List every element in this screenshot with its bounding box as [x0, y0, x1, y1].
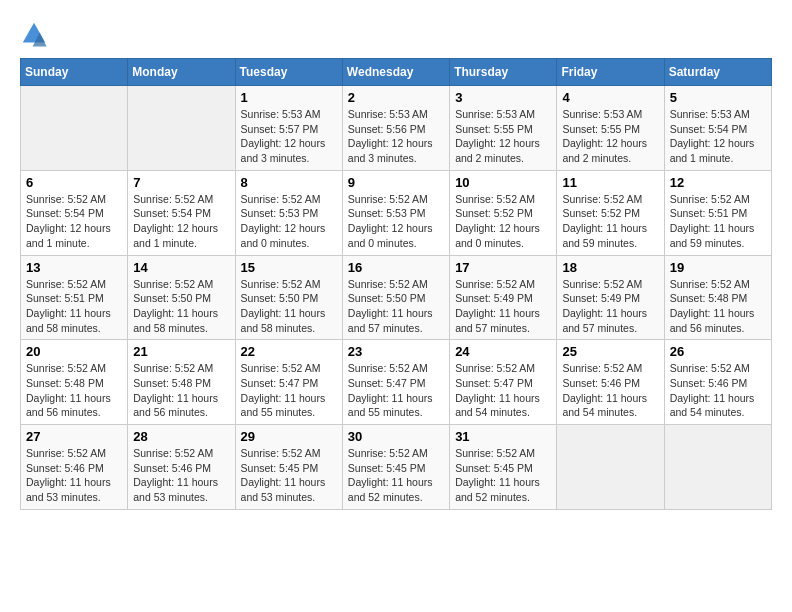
calendar-week-5: 27Sunrise: 5:52 AMSunset: 5:46 PMDayligh…: [21, 425, 772, 510]
calendar-header-monday: Monday: [128, 59, 235, 86]
day-info: Sunrise: 5:53 AMSunset: 5:54 PMDaylight:…: [670, 107, 766, 166]
day-number: 18: [562, 260, 658, 275]
day-info: Sunrise: 5:52 AMSunset: 5:45 PMDaylight:…: [241, 446, 337, 505]
day-number: 15: [241, 260, 337, 275]
day-info: Sunrise: 5:52 AMSunset: 5:54 PMDaylight:…: [26, 192, 122, 251]
day-number: 25: [562, 344, 658, 359]
calendar-cell: 21Sunrise: 5:52 AMSunset: 5:48 PMDayligh…: [128, 340, 235, 425]
calendar-cell: 29Sunrise: 5:52 AMSunset: 5:45 PMDayligh…: [235, 425, 342, 510]
calendar-cell: 20Sunrise: 5:52 AMSunset: 5:48 PMDayligh…: [21, 340, 128, 425]
day-number: 11: [562, 175, 658, 190]
day-info: Sunrise: 5:52 AMSunset: 5:53 PMDaylight:…: [241, 192, 337, 251]
day-number: 5: [670, 90, 766, 105]
calendar-week-3: 13Sunrise: 5:52 AMSunset: 5:51 PMDayligh…: [21, 255, 772, 340]
day-info: Sunrise: 5:52 AMSunset: 5:54 PMDaylight:…: [133, 192, 229, 251]
day-info: Sunrise: 5:52 AMSunset: 5:46 PMDaylight:…: [670, 361, 766, 420]
calendar-week-1: 1Sunrise: 5:53 AMSunset: 5:57 PMDaylight…: [21, 86, 772, 171]
day-info: Sunrise: 5:52 AMSunset: 5:45 PMDaylight:…: [455, 446, 551, 505]
calendar-cell: 4Sunrise: 5:53 AMSunset: 5:55 PMDaylight…: [557, 86, 664, 171]
day-info: Sunrise: 5:52 AMSunset: 5:48 PMDaylight:…: [26, 361, 122, 420]
day-number: 19: [670, 260, 766, 275]
day-number: 10: [455, 175, 551, 190]
calendar-cell: 9Sunrise: 5:52 AMSunset: 5:53 PMDaylight…: [342, 170, 449, 255]
calendar-cell: 11Sunrise: 5:52 AMSunset: 5:52 PMDayligh…: [557, 170, 664, 255]
day-number: 14: [133, 260, 229, 275]
calendar-cell: 16Sunrise: 5:52 AMSunset: 5:50 PMDayligh…: [342, 255, 449, 340]
calendar-cell: 23Sunrise: 5:52 AMSunset: 5:47 PMDayligh…: [342, 340, 449, 425]
day-info: Sunrise: 5:53 AMSunset: 5:55 PMDaylight:…: [455, 107, 551, 166]
day-number: 9: [348, 175, 444, 190]
calendar-cell: 26Sunrise: 5:52 AMSunset: 5:46 PMDayligh…: [664, 340, 771, 425]
calendar-cell: 30Sunrise: 5:52 AMSunset: 5:45 PMDayligh…: [342, 425, 449, 510]
calendar-cell: 12Sunrise: 5:52 AMSunset: 5:51 PMDayligh…: [664, 170, 771, 255]
day-number: 29: [241, 429, 337, 444]
day-number: 22: [241, 344, 337, 359]
calendar-cell: 5Sunrise: 5:53 AMSunset: 5:54 PMDaylight…: [664, 86, 771, 171]
day-number: 7: [133, 175, 229, 190]
calendar-header-friday: Friday: [557, 59, 664, 86]
day-number: 12: [670, 175, 766, 190]
day-number: 26: [670, 344, 766, 359]
calendar-cell: 18Sunrise: 5:52 AMSunset: 5:49 PMDayligh…: [557, 255, 664, 340]
calendar-cell: 25Sunrise: 5:52 AMSunset: 5:46 PMDayligh…: [557, 340, 664, 425]
logo-icon: [20, 20, 48, 48]
day-number: 2: [348, 90, 444, 105]
day-info: Sunrise: 5:52 AMSunset: 5:50 PMDaylight:…: [348, 277, 444, 336]
calendar-cell: 31Sunrise: 5:52 AMSunset: 5:45 PMDayligh…: [450, 425, 557, 510]
day-info: Sunrise: 5:53 AMSunset: 5:56 PMDaylight:…: [348, 107, 444, 166]
day-info: Sunrise: 5:52 AMSunset: 5:46 PMDaylight:…: [133, 446, 229, 505]
calendar-cell: 8Sunrise: 5:52 AMSunset: 5:53 PMDaylight…: [235, 170, 342, 255]
calendar-cell: 2Sunrise: 5:53 AMSunset: 5:56 PMDaylight…: [342, 86, 449, 171]
day-info: Sunrise: 5:52 AMSunset: 5:50 PMDaylight:…: [241, 277, 337, 336]
day-info: Sunrise: 5:52 AMSunset: 5:52 PMDaylight:…: [562, 192, 658, 251]
day-info: Sunrise: 5:52 AMSunset: 5:53 PMDaylight:…: [348, 192, 444, 251]
calendar-cell: [664, 425, 771, 510]
calendar-week-2: 6Sunrise: 5:52 AMSunset: 5:54 PMDaylight…: [21, 170, 772, 255]
calendar-cell: 22Sunrise: 5:52 AMSunset: 5:47 PMDayligh…: [235, 340, 342, 425]
calendar-header-row: SundayMondayTuesdayWednesdayThursdayFrid…: [21, 59, 772, 86]
calendar-header-thursday: Thursday: [450, 59, 557, 86]
day-number: 27: [26, 429, 122, 444]
calendar-table: SundayMondayTuesdayWednesdayThursdayFrid…: [20, 58, 772, 510]
day-number: 17: [455, 260, 551, 275]
day-number: 24: [455, 344, 551, 359]
day-number: 4: [562, 90, 658, 105]
day-info: Sunrise: 5:52 AMSunset: 5:47 PMDaylight:…: [348, 361, 444, 420]
day-info: Sunrise: 5:52 AMSunset: 5:46 PMDaylight:…: [562, 361, 658, 420]
day-number: 20: [26, 344, 122, 359]
calendar-cell: 10Sunrise: 5:52 AMSunset: 5:52 PMDayligh…: [450, 170, 557, 255]
day-number: 23: [348, 344, 444, 359]
day-number: 31: [455, 429, 551, 444]
calendar-cell: [128, 86, 235, 171]
day-info: Sunrise: 5:52 AMSunset: 5:48 PMDaylight:…: [133, 361, 229, 420]
calendar-cell: 19Sunrise: 5:52 AMSunset: 5:48 PMDayligh…: [664, 255, 771, 340]
calendar-cell: 17Sunrise: 5:52 AMSunset: 5:49 PMDayligh…: [450, 255, 557, 340]
calendar-header-sunday: Sunday: [21, 59, 128, 86]
day-info: Sunrise: 5:52 AMSunset: 5:45 PMDaylight:…: [348, 446, 444, 505]
calendar-cell: 13Sunrise: 5:52 AMSunset: 5:51 PMDayligh…: [21, 255, 128, 340]
calendar-cell: 14Sunrise: 5:52 AMSunset: 5:50 PMDayligh…: [128, 255, 235, 340]
calendar-week-4: 20Sunrise: 5:52 AMSunset: 5:48 PMDayligh…: [21, 340, 772, 425]
day-number: 28: [133, 429, 229, 444]
calendar-cell: 24Sunrise: 5:52 AMSunset: 5:47 PMDayligh…: [450, 340, 557, 425]
calendar-header-saturday: Saturday: [664, 59, 771, 86]
calendar-cell: 27Sunrise: 5:52 AMSunset: 5:46 PMDayligh…: [21, 425, 128, 510]
logo: [20, 20, 54, 48]
day-info: Sunrise: 5:52 AMSunset: 5:47 PMDaylight:…: [455, 361, 551, 420]
day-info: Sunrise: 5:52 AMSunset: 5:49 PMDaylight:…: [562, 277, 658, 336]
day-number: 6: [26, 175, 122, 190]
day-info: Sunrise: 5:52 AMSunset: 5:52 PMDaylight:…: [455, 192, 551, 251]
day-number: 3: [455, 90, 551, 105]
calendar-cell: 7Sunrise: 5:52 AMSunset: 5:54 PMDaylight…: [128, 170, 235, 255]
calendar-cell: 1Sunrise: 5:53 AMSunset: 5:57 PMDaylight…: [235, 86, 342, 171]
day-number: 30: [348, 429, 444, 444]
day-info: Sunrise: 5:52 AMSunset: 5:48 PMDaylight:…: [670, 277, 766, 336]
day-info: Sunrise: 5:52 AMSunset: 5:51 PMDaylight:…: [670, 192, 766, 251]
calendar-cell: 6Sunrise: 5:52 AMSunset: 5:54 PMDaylight…: [21, 170, 128, 255]
day-number: 13: [26, 260, 122, 275]
day-number: 8: [241, 175, 337, 190]
day-info: Sunrise: 5:52 AMSunset: 5:49 PMDaylight:…: [455, 277, 551, 336]
calendar-cell: 28Sunrise: 5:52 AMSunset: 5:46 PMDayligh…: [128, 425, 235, 510]
calendar-cell: [21, 86, 128, 171]
day-info: Sunrise: 5:52 AMSunset: 5:50 PMDaylight:…: [133, 277, 229, 336]
